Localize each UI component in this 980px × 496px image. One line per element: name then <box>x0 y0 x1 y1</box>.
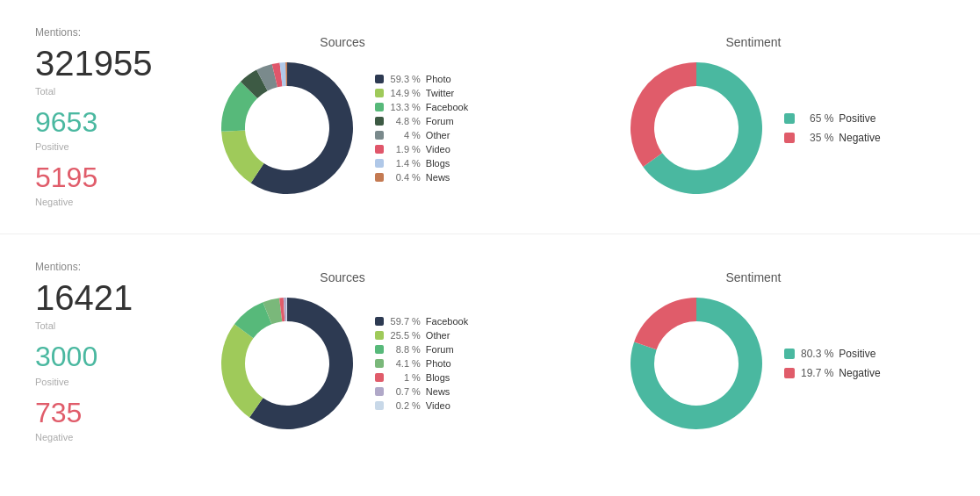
legend-name-2-6: Video <box>426 400 450 411</box>
legend-item-sources-1-1: 14.9 % Twitter <box>375 88 468 98</box>
legend-item-sources-1-4: 4 % Other <box>375 130 468 140</box>
legend-name-1-3: Forum <box>426 116 454 126</box>
sentiment-dot-1-1 <box>784 133 795 143</box>
legend-name-2-5: News <box>426 386 450 397</box>
sentiment-legend-item-2-0: 80.3 % Positive <box>784 348 880 360</box>
legend-pct-1-2: 13.3 % <box>389 102 421 112</box>
total-number-1: 321955 <box>35 44 141 83</box>
sources-title-2: Sources <box>320 270 364 284</box>
legend-name-1-2: Facebook <box>426 102 468 112</box>
row-1: Mentions: 321955 Total 9653 Positive 519… <box>0 0 980 234</box>
legend-dot-1-6 <box>375 159 384 168</box>
legend-dot-2-1 <box>375 331 384 340</box>
legend-dot-1-4 <box>375 131 384 140</box>
mentions-label-1: Mentions: <box>35 26 141 39</box>
sentiment-section-2: Sentiment 80.3 % Positive 19.7 % Negativ… <box>527 270 980 434</box>
mentions-label-2: Mentions: <box>35 261 141 273</box>
legend-item-sources-2-1: 25.5 % Other <box>375 330 468 341</box>
legend-name-1-6: Blogs <box>426 158 450 169</box>
sources-content-2: 59.7 % Facebook 25.5 % Other 8.8 % Forum <box>217 293 468 434</box>
legend-item-sources-2-0: 59.7 % Facebook <box>375 316 468 327</box>
legend-item-sources-2-2: 8.8 % Forum <box>375 344 468 355</box>
total-number-2: 16421 <box>35 278 141 317</box>
sentiment-legend-item-2-1: 19.7 % Negative <box>784 367 880 379</box>
sentiment-content-2: 80.3 % Positive 19.7 % Negative <box>626 293 880 434</box>
legend-name-1-1: Twitter <box>426 88 454 98</box>
legend-item-sources-1-6: 1.4 % Blogs <box>375 158 468 169</box>
legend-dot-2-2 <box>375 345 384 354</box>
negative-label-2: Negative <box>35 432 141 442</box>
sentiment-legend-container-1: 65 % Positive 35 % Negative <box>784 112 880 144</box>
legend-pct-2-4: 1 % <box>389 372 421 383</box>
legend-item-sources-2-5: 0.7 % News <box>375 386 468 397</box>
total-label-1: Total <box>35 86 141 97</box>
legend-pct-1-4: 4 % <box>389 130 421 140</box>
sentiment-name-2-0: Positive <box>839 348 876 360</box>
sentiment-pct-1-1: 35 % <box>800 132 833 144</box>
legend-dot-2-6 <box>375 401 384 410</box>
sentiment-legend-item-1-0: 65 % Positive <box>784 112 880 125</box>
stats-panel-1: Mentions: 321955 Total 9653 Positive 519… <box>0 18 158 216</box>
stats-panel-2: Mentions: 16421 Total 3000 Positive 735 … <box>0 252 158 450</box>
legend-pct-2-5: 0.7 % <box>389 386 421 397</box>
negative-label-1: Negative <box>35 197 141 207</box>
sentiment-name-1-1: Negative <box>839 132 880 144</box>
row-2: Mentions: 16421 Total 3000 Positive 735 … <box>0 234 980 468</box>
sentiment-title-2: Sentiment <box>725 270 781 284</box>
sentiment-donut-2 <box>626 293 767 434</box>
legend-name-1-7: News <box>426 172 450 183</box>
legend-pct-1-1: 14.9 % <box>389 88 421 98</box>
sentiment-donut-1 <box>626 58 767 198</box>
sentiment-legend-item-1-1: 35 % Negative <box>784 132 880 144</box>
sentiment-pct-1-0: 65 % <box>800 112 833 125</box>
legend-pct-2-0: 59.7 % <box>389 316 421 327</box>
legend-dot-1-7 <box>375 173 384 182</box>
legend-name-2-1: Other <box>426 330 450 341</box>
legend-name-1-5: Video <box>426 144 450 155</box>
legend-pct-1-6: 1.4 % <box>389 158 421 169</box>
legend-pct-1-7: 0.4 % <box>389 172 421 183</box>
sentiment-name-1-0: Positive <box>839 112 876 125</box>
legend-name-1-4: Other <box>426 130 450 140</box>
legend-dot-1-3 <box>375 117 384 126</box>
legend-name-2-3: Photo <box>426 358 451 369</box>
legend-pct-1-0: 59.3 % <box>389 74 421 84</box>
negative-number-1: 5195 <box>35 162 141 193</box>
total-label-2: Total <box>35 320 141 331</box>
legend-dot-1-0 <box>375 75 384 83</box>
sources-section-1: Sources 59.3 % Photo 14.9 % Twitter <box>158 35 527 198</box>
sources-section-2: Sources 59.7 % Facebook 25.5 % Other <box>158 270 527 434</box>
legend-dot-2-3 <box>375 359 384 368</box>
legend-item-sources-1-7: 0.4 % News <box>375 172 468 183</box>
legend-item-sources-2-4: 1 % Blogs <box>375 372 468 383</box>
positive-number-1: 9653 <box>35 107 141 138</box>
dashboard: Mentions: 321955 Total 9653 Positive 519… <box>0 0 980 496</box>
legend-item-sources-1-2: 13.3 % Facebook <box>375 102 468 112</box>
legend-name-2-4: Blogs <box>426 372 450 383</box>
legend-item-sources-1-0: 59.3 % Photo <box>375 74 468 84</box>
legend-dot-2-5 <box>375 387 384 396</box>
sentiment-section-1: Sentiment 65 % Positive 35 % Negative <box>527 35 980 198</box>
sources-legend-1: 59.3 % Photo 14.9 % Twitter 13.3 % Faceb… <box>375 74 468 183</box>
legend-item-sources-1-5: 1.9 % Video <box>375 144 468 155</box>
legend-pct-2-2: 8.8 % <box>389 344 421 355</box>
legend-pct-1-5: 1.9 % <box>389 144 421 155</box>
legend-name-2-0: Facebook <box>426 316 468 327</box>
legend-item-sources-2-6: 0.2 % Video <box>375 400 468 411</box>
legend-dot-1-2 <box>375 103 384 111</box>
legend-pct-1-3: 4.8 % <box>389 116 421 126</box>
sentiment-title-1: Sentiment <box>725 35 781 49</box>
sources-donut-2 <box>217 293 357 434</box>
sentiment-content-1: 65 % Positive 35 % Negative <box>626 58 880 198</box>
legend-dot-2-0 <box>375 317 384 326</box>
legend-name-2-2: Forum <box>426 344 454 355</box>
legend-dot-1-1 <box>375 89 384 97</box>
sources-donut-1 <box>217 58 357 198</box>
legend-dot-2-4 <box>375 373 384 382</box>
sentiment-dot-2-0 <box>784 349 795 359</box>
legend-item-sources-2-3: 4.1 % Photo <box>375 358 468 369</box>
positive-number-2: 3000 <box>35 341 141 372</box>
legend-item-sources-1-3: 4.8 % Forum <box>375 116 468 126</box>
legend-pct-2-6: 0.2 % <box>389 400 421 411</box>
sentiment-pct-2-0: 80.3 % <box>800 348 833 360</box>
